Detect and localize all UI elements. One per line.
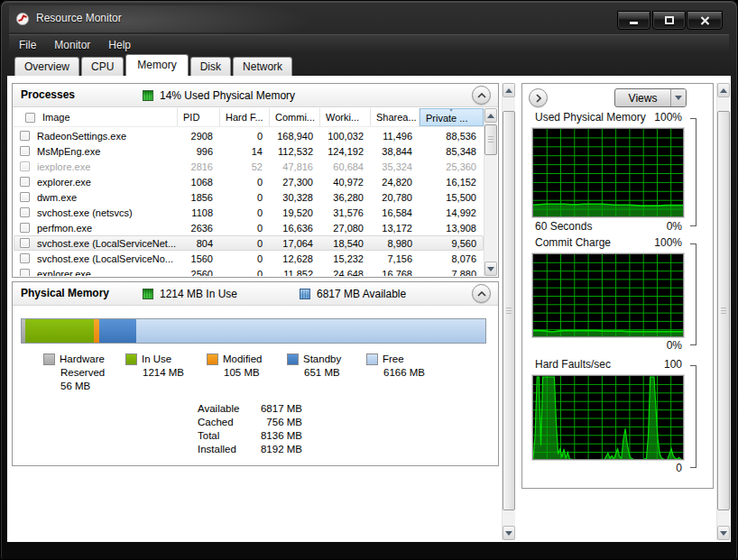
checkbox[interactable] — [20, 223, 30, 233]
cell-private: 25,360 — [420, 161, 484, 172]
checkbox[interactable] — [20, 269, 30, 276]
table-row[interactable]: svchost.exe (netsvcs)1108019,52031,57616… — [14, 205, 484, 220]
menu-monitor[interactable]: Monitor — [46, 37, 98, 53]
table-row[interactable]: svchost.exe (LocalServiceNet...804017,06… — [14, 235, 484, 251]
cell-image: svchost.exe (LocalServiceNet... — [35, 238, 178, 249]
legend-label: Free — [383, 353, 404, 366]
cell-working-set: 100,032 — [320, 131, 371, 142]
table-row[interactable]: explorer.exe1068027,30040,97224,82016,15… — [14, 174, 484, 189]
stat-row: Cached756 MB — [198, 417, 302, 430]
column-header-private-sorted[interactable]: Private ... — [420, 108, 484, 126]
legend-value: 105 MB — [207, 366, 262, 380]
scale-bracket — [690, 365, 696, 468]
physical-memory-header[interactable]: Physical Memory 1214 MB In Use 6817 MB A… — [13, 282, 498, 306]
cell-shareable: 16,584 — [371, 207, 420, 218]
tab-cpu[interactable]: CPU — [81, 57, 124, 77]
column-header-pid[interactable]: PID — [178, 108, 220, 126]
graph-title-hard-faults-sec: Hard Faults/sec — [535, 358, 611, 371]
stat-row: Installed8192 MB — [198, 444, 302, 457]
table-row[interactable]: explorer.exe2560011,85224,64816,7687,880 — [14, 266, 484, 276]
select-all-checkbox[interactable] — [25, 113, 35, 123]
scroll-down-button[interactable] — [503, 526, 515, 540]
tab-network[interactable]: Network — [233, 57, 292, 77]
column-header-hard-faults[interactable]: Hard F... — [220, 108, 270, 126]
scroll-down-button[interactable] — [484, 262, 497, 276]
physical-memory-panel: Physical Memory 1214 MB In Use 6817 MB A… — [12, 281, 499, 466]
scrollbar-thumb[interactable] — [503, 111, 515, 510]
chevron-up-icon — [477, 93, 486, 98]
cell-working-set: 27,080 — [320, 223, 371, 234]
physical-memory-collapse-button[interactable] — [472, 284, 491, 303]
views-dropdown-button[interactable] — [670, 89, 686, 106]
column-header-commit[interactable]: Commi... — [270, 108, 320, 126]
table-row[interactable]: dwm.exe1856030,32836,28020,78015,500 — [14, 189, 484, 205]
scroll-up-button[interactable] — [503, 83, 515, 97]
scroll-up-button[interactable] — [484, 108, 497, 123]
checkbox[interactable] — [20, 253, 30, 263]
checkbox[interactable] — [20, 192, 30, 202]
checkbox[interactable] — [20, 177, 30, 187]
legend-value: 56 MB — [43, 380, 105, 393]
cell-pid: 996 — [178, 146, 220, 157]
scroll-down-button[interactable] — [717, 526, 730, 540]
checkbox[interactable] — [20, 146, 30, 156]
checkbox[interactable] — [20, 161, 30, 171]
graph-min-label: 0% — [667, 339, 682, 352]
cell-hard-faults: 0 — [220, 223, 270, 234]
process-table-header: Image PID Hard F... Commi... Worki... Sh… — [14, 108, 484, 127]
arrow-up-icon — [487, 114, 494, 118]
cell-pid: 2816 — [178, 161, 220, 172]
legend-value: 651 MB — [287, 366, 341, 380]
cell-commit: 112,532 — [270, 146, 320, 157]
stat-value: 8136 MB — [250, 430, 302, 444]
scrollbar-thumb[interactable] — [717, 111, 730, 510]
process-table-scrollbar[interactable] — [484, 108, 497, 276]
cell-shareable: 8,980 — [371, 238, 420, 249]
processes-header[interactable]: Processes 14% Used Physical Memory — [13, 84, 498, 107]
processes-collapse-button[interactable] — [472, 86, 491, 105]
tab-memory[interactable]: Memory — [125, 54, 188, 76]
table-row[interactable]: svchost.exe (LocalServiceNo...1560012,62… — [14, 251, 484, 266]
cell-shareable: 7,156 — [371, 253, 420, 264]
graph-min-label: 0 — [676, 462, 682, 474]
scroll-up-button[interactable] — [717, 83, 730, 97]
checkbox[interactable] — [20, 131, 30, 141]
client-area: Processes 14% Used Physical Memory Image… — [7, 76, 731, 542]
column-header-image[interactable]: Image — [14, 108, 178, 126]
stat-label: Total — [198, 430, 250, 444]
legend-item: In Use1214 MB — [125, 353, 184, 380]
cell-image: svchost.exe (LocalServiceNo... — [35, 253, 178, 264]
graphs-panel-expand-button[interactable] — [529, 88, 548, 107]
views-button[interactable]: Views — [614, 88, 687, 107]
column-header-shareable[interactable]: Sharea... — [371, 108, 420, 126]
right-scrollbar[interactable] — [716, 83, 730, 540]
table-row[interactable]: iexplore.exe28165247,81660,68435,32425,3… — [14, 159, 484, 174]
close-button[interactable] — [687, 11, 723, 30]
minimize-button[interactable] — [617, 11, 650, 30]
stat-value: 8192 MB — [250, 444, 302, 457]
arrow-up-icon — [505, 88, 512, 93]
table-row[interactable]: perfmon.exe2636016,63627,08013,17213,908 — [14, 220, 484, 235]
cell-shareable: 24,820 — [371, 177, 420, 188]
table-row[interactable]: RadeonSettings.exe29080168,940100,03211,… — [14, 128, 484, 143]
tab-disk[interactable]: Disk — [190, 57, 231, 77]
scrollbar-thumb[interactable] — [484, 124, 497, 155]
column-header-working-set[interactable]: Worki... — [320, 108, 371, 126]
maximize-button[interactable] — [652, 11, 686, 30]
used-memory-mini-icon — [143, 90, 153, 101]
tab-overview[interactable]: Overview — [14, 57, 79, 77]
arrow-down-icon — [675, 96, 682, 100]
checkbox[interactable] — [20, 207, 30, 217]
views-label[interactable]: Views — [615, 89, 670, 106]
arrow-down-icon — [505, 531, 512, 536]
cell-shareable: 11,496 — [371, 131, 420, 142]
checkbox[interactable] — [20, 238, 30, 248]
cell-working-set: 31,576 — [320, 207, 371, 218]
graph-max-label: 100% — [654, 236, 682, 249]
cell-commit: 27,300 — [270, 177, 320, 188]
menu-file[interactable]: File — [11, 37, 44, 53]
menu-help[interactable]: Help — [100, 37, 139, 53]
main-scrollbar[interactable] — [502, 83, 515, 540]
graph-plot-commit-charge — [532, 253, 684, 337]
table-row[interactable]: MsMpEng.exe99614112,532124,19238,84485,3… — [14, 143, 484, 159]
